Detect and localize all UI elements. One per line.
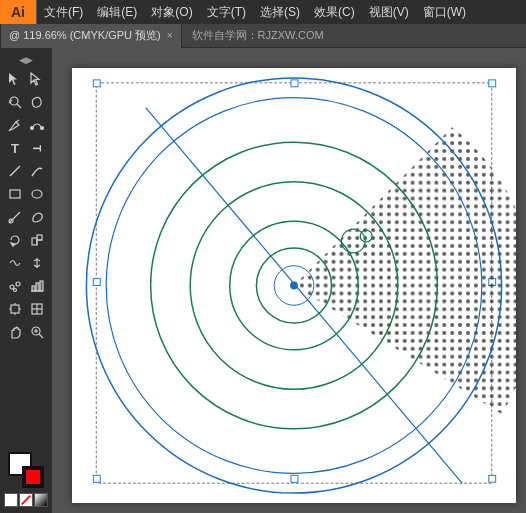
tool-slice[interactable] [26,298,48,320]
mini-color-swatch[interactable] [4,493,18,507]
mini-gradient-swatch[interactable] [34,493,48,507]
stroke-fill-indicator[interactable] [8,452,44,488]
svg-rect-15 [37,235,42,240]
svg-rect-47 [489,475,496,482]
svg-rect-10 [10,190,20,198]
svg-line-2 [17,104,21,108]
tool-rect[interactable] [4,183,26,205]
tool-magic-wand[interactable] [4,91,26,113]
svg-marker-0 [9,73,17,85]
tool-curvature[interactable] [26,114,48,136]
svg-point-21 [14,289,17,292]
canvas-area [52,48,526,513]
tool-blob-brush[interactable] [26,206,48,228]
svg-rect-42 [489,80,496,87]
svg-rect-46 [291,475,298,482]
svg-point-20 [16,282,20,286]
menu-edit[interactable]: 编辑(E) [90,0,144,24]
tab-bar: @ 119.66% (CMYK/GPU 预览) × 软件自学网：RJZXW.CO… [0,24,526,48]
svg-line-35 [39,334,43,338]
menu-object[interactable]: 对象(O) [144,0,199,24]
svg-rect-43 [93,279,100,286]
tool-artboard[interactable] [4,298,26,320]
menu-select[interactable]: 选择(S) [253,0,307,24]
svg-marker-1 [31,73,39,85]
svg-rect-41 [291,80,298,87]
svg-point-11 [32,190,42,198]
svg-marker-13 [11,243,15,246]
tool-graph[interactable] [26,275,48,297]
menu-view[interactable]: 视图(V) [362,0,416,24]
menu-bar: Ai 文件(F) 编辑(E) 对象(O) 文字(T) 选择(S) 效果(C) 视… [0,0,526,24]
menu-effect[interactable]: 效果(C) [307,0,362,24]
canvas-surface [72,68,516,503]
color-area [4,452,48,513]
svg-rect-45 [93,475,100,482]
active-tab[interactable]: @ 119.66% (CMYK/GPU 预览) × [0,24,182,48]
tool-lasso[interactable] [26,91,48,113]
svg-line-6 [9,130,10,131]
menu-file[interactable]: 文件(F) [37,0,90,24]
svg-rect-24 [40,281,43,291]
artwork-svg [72,68,516,503]
svg-rect-23 [36,283,39,291]
menu-window[interactable]: 窗口(W) [416,0,473,24]
svg-rect-14 [32,238,37,245]
tool-ellipse[interactable] [26,183,48,205]
tool-selection[interactable] [4,68,26,90]
ai-logo: Ai [0,0,36,24]
tool-width[interactable] [26,252,48,274]
svg-line-9 [10,166,20,176]
tab-label: @ 119.66% (CMYK/GPU 预览) [9,28,161,43]
tool-pen[interactable] [4,114,26,136]
tool-direct-selection[interactable] [26,68,48,90]
svg-rect-26 [11,305,19,313]
tool-symbol[interactable] [4,275,26,297]
main-area: ◀▶ [0,48,526,513]
tool-type-vertical[interactable]: T [26,137,48,159]
tool-type[interactable]: T [4,137,26,159]
tool-paintbrush[interactable] [4,206,26,228]
mini-swatches [4,493,48,507]
tool-arc[interactable] [26,160,48,182]
menu-text[interactable]: 文字(T) [200,0,253,24]
svg-point-19 [10,285,14,289]
svg-point-58 [290,282,298,290]
svg-point-7 [31,127,34,130]
stroke-swatch[interactable] [22,466,44,488]
svg-line-5 [16,120,19,122]
tab-site-info: 软件自学网：RJZXW.COM [182,28,334,43]
svg-rect-22 [32,286,35,291]
tool-hand[interactable] [4,321,26,343]
tool-zoom[interactable] [26,321,48,343]
toolbar-collapse[interactable]: ◀▶ [0,52,52,68]
tool-scale[interactable] [26,229,48,251]
tool-rotate[interactable] [4,229,26,251]
tool-warp[interactable] [4,252,26,274]
svg-rect-40 [93,80,100,87]
svg-line-38 [22,496,31,505]
mini-none-swatch[interactable] [19,493,33,507]
tool-line[interactable] [4,160,26,182]
tab-close-button[interactable]: × [167,30,173,41]
toolbar: ◀▶ [0,48,52,513]
svg-point-8 [41,127,44,130]
